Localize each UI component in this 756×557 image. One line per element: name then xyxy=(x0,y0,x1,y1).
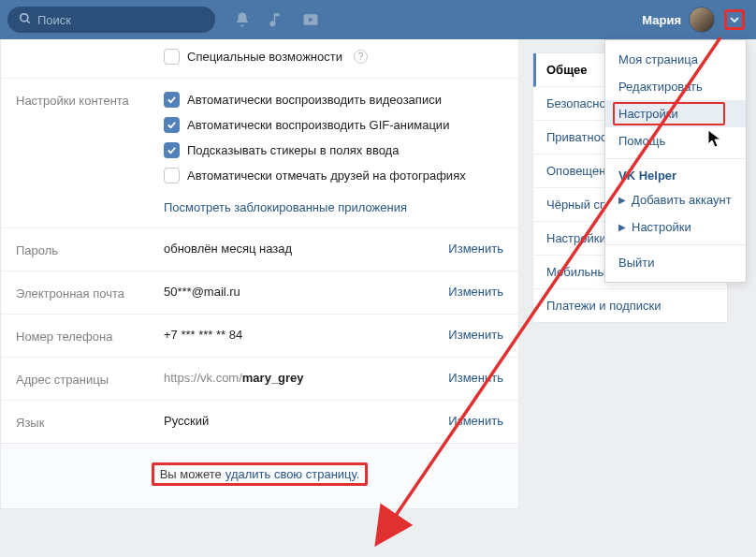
dropdown-helper-header: VK Helper xyxy=(605,163,746,186)
address-main: mary_grey xyxy=(242,371,304,385)
blocked-apps-link[interactable]: Посмотреть заблокированные приложения xyxy=(164,200,407,214)
user-block[interactable]: Мария xyxy=(642,7,745,33)
dropdown-edit[interactable]: Редактировать xyxy=(605,73,746,100)
music-icon[interactable] xyxy=(268,11,284,28)
language-label: Язык xyxy=(16,414,164,430)
row-label-empty xyxy=(16,49,164,51)
dropdown-settings[interactable]: Настройки xyxy=(605,100,746,127)
delete-footer: Вы можете удалить свою страницу. xyxy=(0,444,519,509)
chevron-down-icon[interactable] xyxy=(724,9,745,30)
dropdown-helper-add-account[interactable]: ▶ Добавить аккаунт xyxy=(605,186,746,213)
email-label: Электронная почта xyxy=(16,285,164,300)
dropdown-helper-add-label: Добавить аккаунт xyxy=(632,193,732,207)
address-change[interactable]: Изменить xyxy=(448,371,503,385)
dropdown-divider xyxy=(605,244,746,245)
bell-icon[interactable] xyxy=(234,11,251,28)
help-icon[interactable]: ? xyxy=(354,50,368,64)
checkbox-autoplay-video[interactable] xyxy=(164,92,180,108)
check-label: Подсказывать стикеры в полях ввода xyxy=(187,143,399,157)
email-change[interactable]: Изменить xyxy=(448,285,503,299)
dropdown-helper-settings[interactable]: ▶ Настройки xyxy=(605,213,746,241)
delete-page-link[interactable]: удалить свою страницу. xyxy=(225,467,360,481)
phone-change[interactable]: Изменить xyxy=(448,328,503,342)
phone-value: +7 *** *** ** 84 xyxy=(164,328,448,342)
dropdown-logout[interactable]: Выйти xyxy=(605,249,746,276)
phone-label: Номер телефона xyxy=(16,328,164,344)
search-box[interactable] xyxy=(7,7,215,33)
dropdown-helper-settings-label: Настройки xyxy=(632,220,691,234)
password-change[interactable]: Изменить xyxy=(448,242,503,256)
password-label: Пароль xyxy=(16,242,164,257)
video-icon[interactable] xyxy=(301,10,320,29)
checkbox-accessibility[interactable] xyxy=(164,49,180,65)
content-settings-label: Настройки контента xyxy=(16,92,164,108)
email-value: 50***@mail.ru xyxy=(164,285,448,299)
avatar xyxy=(689,7,715,33)
language-value: Русский xyxy=(164,414,448,428)
password-value: обновлён месяц назад xyxy=(164,242,448,256)
topbar-icons xyxy=(234,10,320,29)
check-label: Автоматически воспроизводить видеозаписи xyxy=(187,93,442,107)
delete-prefix: Вы можете xyxy=(160,467,222,481)
search-input[interactable] xyxy=(37,13,204,27)
search-icon xyxy=(19,12,32,28)
settings-panel: Специальные возможности ? Настройки конт… xyxy=(0,39,519,444)
topbar: Мария xyxy=(0,0,756,39)
check-label: Автоматически воспроизводить GIF-анимаци… xyxy=(187,118,449,132)
accessibility-label: Специальные возможности xyxy=(187,50,342,64)
user-dropdown: Моя страница Редактировать Настройки Пом… xyxy=(604,39,747,283)
sidebar-item-payments[interactable]: Платежи и подписки xyxy=(533,289,727,322)
check-label: Автоматически отмечать друзей на фотогра… xyxy=(187,169,466,183)
address-label: Адрес страницы xyxy=(16,371,164,387)
delete-highlight: Вы можете удалить свою страницу. xyxy=(152,462,369,486)
user-name: Мария xyxy=(642,13,681,27)
dropdown-settings-label: Настройки xyxy=(618,107,678,121)
checkbox-auto-tag[interactable] xyxy=(164,168,180,183)
svg-line-1 xyxy=(27,20,30,22)
dropdown-help[interactable]: Помощь xyxy=(605,127,746,154)
dropdown-divider xyxy=(605,158,746,159)
svg-point-0 xyxy=(21,13,28,21)
address-prefix: https://vk.com/ xyxy=(164,371,242,385)
play-icon: ▶ xyxy=(618,195,626,205)
play-icon: ▶ xyxy=(618,222,626,232)
language-change[interactable]: Изменить xyxy=(448,414,503,428)
checkbox-stickers-hint[interactable] xyxy=(164,142,180,158)
dropdown-my-page[interactable]: Моя страница xyxy=(605,46,746,73)
checkbox-autoplay-gif[interactable] xyxy=(164,117,180,133)
